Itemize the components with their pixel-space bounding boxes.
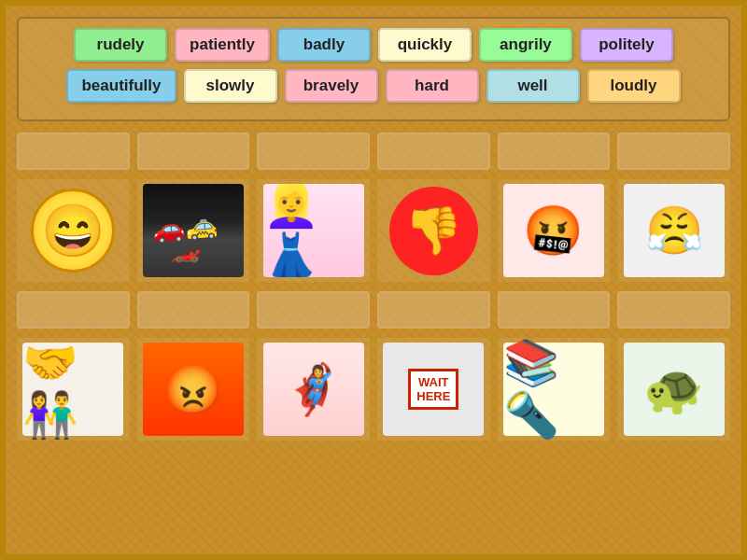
- image-cell-smiley: 😄: [17, 179, 130, 282]
- image-cell-turtle: 🐢: [617, 338, 730, 441]
- image-superhero: 🦸‍♀️: [263, 343, 364, 436]
- word-tile-quickly[interactable]: quickly: [378, 28, 472, 62]
- image-anger-emotion: 😡: [143, 343, 244, 436]
- word-tile-badly[interactable]: badly: [277, 28, 371, 62]
- image-barbie: 👱‍♀️👗: [263, 184, 364, 277]
- image-cell-thumbsdown: 👎: [377, 179, 490, 282]
- image-cell-angry-monster: 🤬: [498, 179, 611, 282]
- words-row-1: rudely patiently badly quickly angrily p…: [26, 28, 721, 62]
- image-cell-rude-person: 😤: [617, 179, 730, 282]
- word-tile-well[interactable]: well: [486, 69, 580, 103]
- image-cell-reading: 📚🔦: [498, 338, 611, 441]
- image-thumbsdown: 👎: [389, 187, 478, 275]
- drop-zone-top-2[interactable]: [137, 133, 250, 170]
- image-cell-wait: WAITHERE: [377, 338, 490, 441]
- drop-zone-mid-2[interactable]: [137, 291, 250, 329]
- drop-zone-mid-4[interactable]: [377, 291, 490, 329]
- image-friends: 🤝👫: [22, 343, 123, 436]
- image-cell-barbie: 👱‍♀️👗: [257, 179, 370, 282]
- image-smiley: 😄: [31, 189, 115, 273]
- word-tile-angrily[interactable]: angrily: [479, 28, 572, 62]
- word-tile-slowly[interactable]: slowly: [184, 69, 277, 103]
- drop-zone-top-3[interactable]: [257, 133, 370, 170]
- drop-zones-top: [17, 133, 730, 170]
- image-turtle: 🐢: [624, 343, 725, 436]
- image-reading: 📚🔦: [503, 343, 604, 436]
- wait-sign: WAITHERE: [408, 369, 458, 410]
- drop-zone-mid-3[interactable]: [257, 291, 370, 329]
- drop-zone-top-1[interactable]: [17, 133, 130, 170]
- word-tile-bravely[interactable]: bravely: [285, 69, 378, 103]
- drop-zone-mid-5[interactable]: [498, 291, 611, 329]
- image-cell-cars: [137, 179, 250, 282]
- drop-zone-top-4[interactable]: [377, 133, 490, 170]
- image-cell-superhero: 🦸‍♀️: [257, 338, 370, 441]
- image-cell-anger-emotion: 😡: [137, 338, 250, 441]
- word-tile-politely[interactable]: politely: [580, 28, 673, 62]
- image-rude-person: 😤: [624, 184, 725, 277]
- drop-zones-middle: [17, 291, 730, 329]
- images-row-1: 😄 👱‍♀️👗 👎 🤬 😤: [17, 179, 730, 282]
- word-tile-hard[interactable]: hard: [386, 69, 479, 103]
- word-tile-rudely[interactable]: rudely: [74, 28, 167, 62]
- word-tile-patiently[interactable]: patiently: [175, 28, 270, 62]
- words-section: rudely patiently badly quickly angrily p…: [17, 17, 730, 121]
- image-wait: WAITHERE: [383, 343, 484, 436]
- image-cell-friends: 🤝👫: [17, 338, 130, 441]
- drop-zone-top-6[interactable]: [617, 133, 730, 170]
- drop-zone-mid-1[interactable]: [17, 291, 130, 329]
- drop-zone-top-5[interactable]: [498, 133, 611, 170]
- images-row-2: 🤝👫 😡 🦸‍♀️ WAITHERE 📚🔦 🐢: [17, 338, 730, 441]
- word-tile-loudly[interactable]: loudly: [587, 69, 681, 103]
- image-cars: [143, 184, 244, 277]
- corkboard: rudely patiently badly quickly angrily p…: [6, 6, 741, 554]
- words-row-2: beautifully slowly bravely hard well lou…: [26, 69, 721, 103]
- word-tile-beautifully[interactable]: beautifully: [66, 69, 176, 103]
- drop-zone-mid-6[interactable]: [617, 291, 730, 329]
- image-angry-monster: 🤬: [503, 184, 604, 277]
- outer-border: rudely patiently badly quickly angrily p…: [0, 0, 747, 560]
